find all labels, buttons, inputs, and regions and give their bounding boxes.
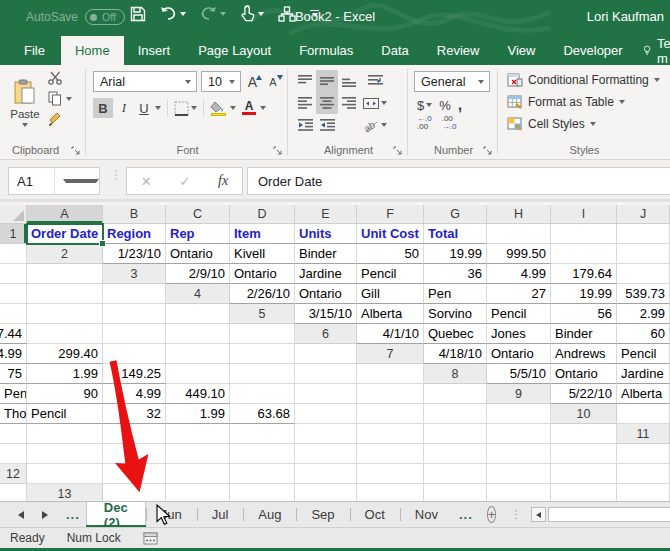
cell-I2[interactable] <box>617 244 670 264</box>
cell-A11[interactable] <box>0 444 27 464</box>
cell-B2[interactable]: Ontario <box>166 244 230 264</box>
cell-A1[interactable]: Order Date <box>27 224 103 244</box>
cell-D2[interactable]: Binder <box>295 244 357 264</box>
cell-K7[interactable] <box>357 364 424 384</box>
currency-button[interactable]: $ <box>417 98 432 113</box>
user-name[interactable]: Lori Kaufman <box>587 9 664 24</box>
column-header-B[interactable]: B <box>103 205 166 224</box>
cell-G4[interactable]: 539.73 <box>617 284 670 304</box>
formula-input[interactable]: Order Date <box>247 167 670 195</box>
decrease-indent-button[interactable] <box>298 119 313 131</box>
cell-B10[interactable] <box>0 424 27 444</box>
fill-color-dropdown-icon[interactable] <box>230 106 236 110</box>
column-header-C[interactable]: C <box>166 205 230 224</box>
increase-indent-button[interactable] <box>320 119 335 131</box>
macro-record-icon[interactable] <box>143 532 158 545</box>
cell-E10[interactable] <box>166 424 230 444</box>
row-header-8[interactable]: 8 <box>424 364 487 384</box>
scroll-left-icon[interactable] <box>531 507 546 522</box>
cell-F10[interactable] <box>230 424 295 444</box>
cell-D4[interactable]: Pen <box>424 284 487 304</box>
cell-K9[interactable] <box>487 404 551 424</box>
underline-dropdown-icon[interactable] <box>155 106 161 110</box>
underline-button[interactable]: U <box>135 98 153 118</box>
cell-H9[interactable] <box>295 404 357 424</box>
cell-G2[interactable]: 999.50 <box>487 244 551 264</box>
cell-E4[interactable]: 27 <box>487 284 551 304</box>
cell-E3[interactable]: 36 <box>424 264 487 284</box>
format-painter-icon[interactable] <box>48 112 63 127</box>
cell-I9[interactable] <box>357 404 424 424</box>
cell-J11[interactable] <box>551 444 617 464</box>
cell-G13[interactable] <box>487 484 551 501</box>
cell-D3[interactable]: Pencil <box>357 264 424 284</box>
cell-C11[interactable] <box>103 444 166 464</box>
cell-F3[interactable]: 4.99 <box>487 264 551 284</box>
font-dialog-launcher-icon[interactable] <box>273 146 282 155</box>
row-header-2[interactable]: 2 <box>27 244 103 264</box>
name-box[interactable]: A1 <box>8 167 100 195</box>
column-header-F[interactable]: F <box>357 205 424 224</box>
cell-D9[interactable]: Pencil <box>27 404 103 424</box>
cell-E9[interactable]: 32 <box>103 404 166 424</box>
cell-C4[interactable]: Gill <box>357 284 424 304</box>
enter-icon[interactable]: ✓ <box>179 174 190 189</box>
cell-K4[interactable] <box>166 304 230 324</box>
tab-file[interactable]: File <box>8 36 61 65</box>
cell-A3[interactable]: 2/9/10 <box>166 264 230 284</box>
cell-G3[interactable]: 179.64 <box>551 264 617 284</box>
cell-D8[interactable]: Pencil <box>0 384 27 404</box>
cell-I13[interactable] <box>617 484 670 501</box>
cell-E7[interactable]: 75 <box>0 364 27 384</box>
cell-K11[interactable] <box>617 444 670 464</box>
cell-H1[interactable] <box>487 224 551 244</box>
cell-I10[interactable] <box>424 424 487 444</box>
sheet-tab-jul[interactable]: Jul <box>197 502 244 527</box>
cell-E1[interactable]: Units <box>295 224 357 244</box>
column-header-G[interactable]: G <box>424 205 487 224</box>
wrap-text-button[interactable] <box>368 75 383 87</box>
column-header-D[interactable]: D <box>230 205 295 224</box>
cell-F2[interactable]: 19.99 <box>424 244 487 264</box>
cell-E5[interactable]: 56 <box>551 304 617 324</box>
row-header-9[interactable]: 9 <box>487 384 551 404</box>
cell-H12[interactable] <box>487 464 551 484</box>
cell-C3[interactable]: Jardine <box>295 264 357 284</box>
cell-J8[interactable] <box>357 384 424 404</box>
horizontal-scrollbar[interactable] <box>531 507 670 522</box>
copy-icon[interactable] <box>48 91 62 106</box>
cell-A5[interactable]: 3/15/10 <box>295 304 357 324</box>
cell-J5[interactable] <box>166 324 230 344</box>
tab-insert[interactable]: Insert <box>124 36 185 65</box>
cell-C8[interactable]: Jardine <box>617 364 670 384</box>
cell-A7[interactable]: 4/18/10 <box>424 344 487 364</box>
cell-C9[interactable]: Thompson <box>0 404 27 424</box>
cell-F9[interactable]: 1.99 <box>166 404 230 424</box>
cell-D10[interactable] <box>103 424 166 444</box>
cell-I6[interactable] <box>166 344 230 364</box>
cell-H8[interactable] <box>230 384 295 404</box>
font-name-combo[interactable]: Arial <box>93 71 197 92</box>
column-header-E[interactable]: E <box>295 205 357 224</box>
sheet-nav-left-icon[interactable] <box>18 511 24 519</box>
cell-A2[interactable]: 1/23/10 <box>103 244 166 264</box>
scrollbar-track[interactable] <box>548 507 670 522</box>
cell-E6[interactable]: 60 <box>617 324 670 344</box>
column-header-J[interactable]: J <box>617 205 670 224</box>
percent-button[interactable]: % <box>439 98 451 113</box>
cell-J2[interactable] <box>0 264 27 284</box>
font-color-dropdown-icon[interactable] <box>260 106 266 110</box>
cell-B3[interactable]: Ontario <box>230 264 295 284</box>
cell-I7[interactable] <box>230 364 295 384</box>
tell-me-box[interactable]: Tell m <box>637 36 670 65</box>
cell-B12[interactable] <box>103 464 166 484</box>
cell-D6[interactable]: Binder <box>551 324 617 344</box>
cell-I11[interactable] <box>487 444 551 464</box>
cell-G11[interactable] <box>357 444 424 464</box>
cell-I8[interactable] <box>295 384 357 404</box>
column-header-I[interactable]: I <box>551 205 617 224</box>
cell-H3[interactable] <box>617 264 670 284</box>
italic-button[interactable]: I <box>115 98 133 118</box>
tab-data[interactable]: Data <box>367 36 422 65</box>
cell-C5[interactable]: Sorvino <box>424 304 487 324</box>
